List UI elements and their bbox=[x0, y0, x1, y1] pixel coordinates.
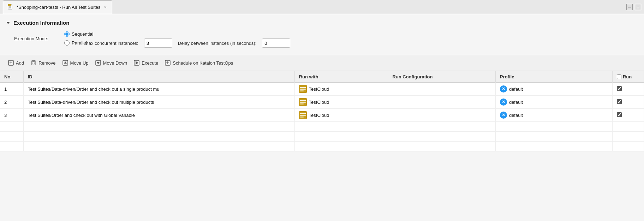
testcloud-icon bbox=[299, 85, 307, 93]
run-with-cell: TestCloud bbox=[299, 111, 384, 119]
cell-run bbox=[612, 83, 644, 96]
run-header-cell: Run bbox=[617, 74, 639, 79]
toolbar: Add Remove Move Up bbox=[0, 55, 644, 71]
add-icon bbox=[8, 60, 14, 66]
run-checkbox[interactable] bbox=[617, 112, 622, 117]
run-header-label: Run bbox=[623, 74, 632, 79]
cell-runconfig bbox=[388, 83, 496, 96]
execute-label: Execute bbox=[142, 60, 158, 66]
remove-icon bbox=[30, 60, 37, 66]
move-down-icon bbox=[95, 60, 101, 66]
main-tab[interactable]: *Shopping-cart-tests - Run All Test Suit… bbox=[3, 0, 112, 14]
test-suites-table: No. ID Run with Run Configuration Profil… bbox=[0, 71, 644, 151]
svg-rect-32 bbox=[300, 113, 306, 114]
cell-id: Test Suites/Order and check out with Glo… bbox=[23, 109, 294, 122]
svg-rect-30 bbox=[300, 103, 304, 104]
main-content: Execution Information Execution Mode: Se… bbox=[0, 14, 644, 221]
move-up-icon bbox=[62, 60, 68, 66]
profile-label: default bbox=[509, 100, 523, 105]
collapse-chevron-icon[interactable] bbox=[6, 20, 11, 25]
table-row: 2 Test Suites/Data-driven/Order and chec… bbox=[0, 96, 644, 109]
maximize-button[interactable]: □ bbox=[635, 4, 641, 10]
max-concurrent-input[interactable] bbox=[144, 38, 172, 48]
cell-profile[interactable]: ✕ default bbox=[495, 83, 612, 96]
profile-cell: ✕ default bbox=[500, 85, 608, 92]
profile-cell: ✕ default bbox=[500, 112, 608, 119]
testcloud-icon bbox=[299, 111, 307, 119]
svg-rect-26 bbox=[300, 90, 304, 91]
empty-row bbox=[0, 142, 644, 151]
table-header-row: No. ID Run with Run Configuration Profil… bbox=[0, 71, 644, 83]
svg-marker-15 bbox=[64, 61, 67, 64]
svg-marker-17 bbox=[97, 62, 100, 64]
max-concurrent-label: Max concurrent instances: bbox=[85, 41, 138, 46]
table-row: 1 Test Suites/Data-driven/Order and chec… bbox=[0, 83, 644, 96]
svg-rect-1 bbox=[8, 4, 11, 6]
cell-runwith: TestCloud bbox=[294, 83, 388, 96]
schedule-label: Schedule on Katalon TestOps bbox=[173, 60, 233, 66]
col-header-no: No. bbox=[0, 71, 23, 83]
svg-rect-28 bbox=[300, 100, 306, 101]
move-up-button[interactable]: Move Up bbox=[60, 59, 91, 67]
schedule-button[interactable]: Schedule on Katalon TestOps bbox=[162, 59, 235, 67]
move-up-label: Move Up bbox=[70, 60, 89, 66]
cell-profile[interactable]: ✕ default bbox=[495, 109, 612, 122]
section-title: Execution Information bbox=[13, 20, 69, 26]
cell-profile[interactable]: ✕ default bbox=[495, 96, 612, 109]
cell-run bbox=[612, 96, 644, 109]
cell-runconfig bbox=[388, 96, 496, 109]
add-button[interactable]: Add bbox=[6, 59, 26, 67]
tab-close-button[interactable]: × bbox=[103, 4, 108, 10]
svg-rect-24 bbox=[300, 87, 306, 88]
minimize-button[interactable]: — bbox=[626, 4, 633, 10]
run-checkbox[interactable] bbox=[617, 99, 622, 104]
add-label: Add bbox=[16, 60, 24, 66]
tab-title: *Shopping-cart-tests - Run All Test Suit… bbox=[17, 5, 101, 10]
col-header-runwith: Run with bbox=[294, 71, 388, 83]
delay-label: Delay between instances (in seconds): bbox=[178, 41, 257, 46]
profile-label: default bbox=[509, 113, 523, 118]
col-header-runconfig: Run Configuration bbox=[388, 71, 496, 83]
empty-row bbox=[0, 132, 644, 142]
profile-cell: ✕ default bbox=[500, 98, 608, 106]
profile-icon: ✕ bbox=[500, 98, 507, 106]
svg-rect-34 bbox=[300, 117, 304, 118]
profile-icon: ✕ bbox=[500, 85, 507, 92]
section-header: Execution Information bbox=[0, 14, 644, 30]
cell-no: 2 bbox=[0, 96, 23, 109]
run-all-checkbox[interactable] bbox=[617, 74, 621, 79]
remove-button[interactable]: Remove bbox=[28, 59, 58, 67]
tab-bar: *Shopping-cart-tests - Run All Test Suit… bbox=[0, 0, 644, 14]
profile-label: default bbox=[509, 86, 523, 92]
cell-run bbox=[612, 109, 644, 122]
run-with-label: TestCloud bbox=[309, 100, 329, 105]
col-header-id: ID bbox=[23, 71, 294, 83]
run-with-label: TestCloud bbox=[309, 86, 329, 92]
delay-input[interactable] bbox=[262, 38, 290, 48]
run-with-cell: TestCloud bbox=[299, 85, 384, 93]
run-with-label: TestCloud bbox=[309, 113, 329, 118]
svg-rect-29 bbox=[300, 102, 306, 103]
empty-row bbox=[0, 122, 644, 132]
parallel-radio[interactable] bbox=[64, 40, 70, 46]
svg-marker-5 bbox=[6, 22, 10, 24]
move-down-label: Move Down bbox=[103, 60, 127, 66]
parallel-options-row: Max concurrent instances: Delay between … bbox=[85, 38, 630, 48]
sequential-radio-item: Sequential bbox=[64, 31, 93, 37]
execute-icon bbox=[133, 60, 140, 66]
svg-rect-25 bbox=[300, 89, 306, 90]
sequential-radio[interactable] bbox=[64, 31, 70, 37]
execution-mode-area: Execution Mode: Sequential Parallel Max … bbox=[0, 30, 644, 55]
svg-rect-33 bbox=[300, 115, 306, 116]
execute-button[interactable]: Execute bbox=[131, 59, 160, 67]
execution-mode-label: Execution Mode: bbox=[14, 36, 60, 41]
profile-icon: ✕ bbox=[500, 112, 507, 119]
window-controls: — □ bbox=[626, 4, 641, 10]
schedule-icon bbox=[165, 60, 171, 66]
testcloud-icon bbox=[299, 98, 307, 106]
cell-no: 3 bbox=[0, 109, 23, 122]
cell-id: Test Suites/Data-driven/Order and check … bbox=[23, 83, 294, 96]
col-header-profile: Profile bbox=[495, 71, 612, 83]
move-down-button[interactable]: Move Down bbox=[93, 59, 130, 67]
run-checkbox[interactable] bbox=[617, 86, 622, 91]
